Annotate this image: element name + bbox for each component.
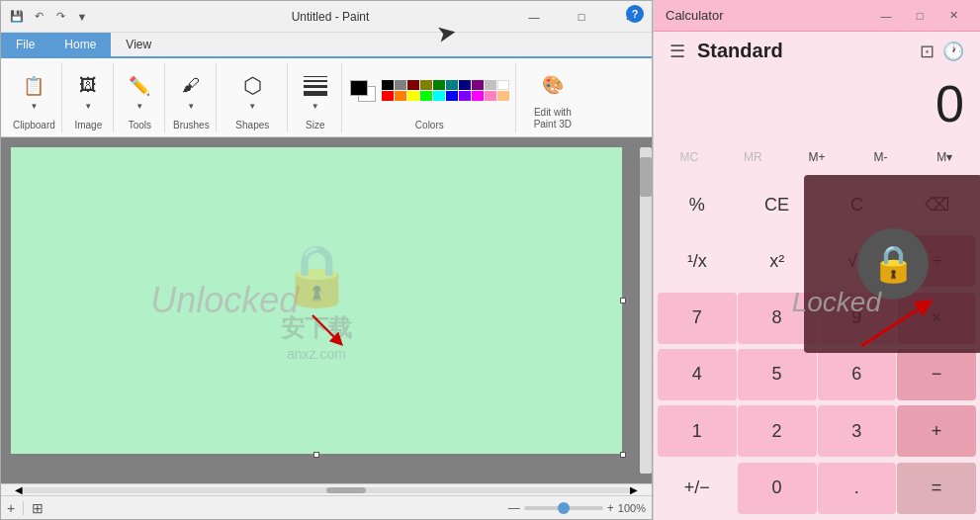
calc-window: Calculator — □ ✕ ☰ Standard ⊡ 🕐 0 MC MR … [653, 0, 980, 520]
paint-title-bar: 💾 ↶ ↷ ▼ Untitled - Paint — □ ✕ [1, 1, 652, 33]
calc-header-icons: ⊡ 🕐 [920, 41, 964, 62]
color-swatch[interactable] [497, 80, 509, 90]
color-swatch[interactable] [485, 91, 496, 101]
color-swatch[interactable] [459, 80, 471, 90]
crop-icon[interactable]: ⊞ [32, 500, 44, 516]
calc-maximize-button[interactable]: □ [905, 5, 935, 27]
color-swatch[interactable] [433, 91, 445, 101]
paint-bottom-bar: + ⊞ — + 100% [1, 495, 652, 519]
color-swatch[interactable] [420, 91, 432, 101]
calc-win-controls: — □ ✕ [871, 5, 968, 27]
color-swatch[interactable] [407, 80, 419, 90]
clipboard-btn[interactable]: 📋 ▼ [16, 70, 51, 113]
ribbon-group-paint3d: 🎨 Edit withPaint 3D [518, 62, 587, 132]
canvas-handle-corner[interactable] [620, 452, 626, 458]
watermark: 🔒 安下载 anxz.com [280, 240, 354, 362]
paint3d-btn[interactable]: 🎨 [535, 69, 571, 101]
canvas-handle-bottom[interactable] [313, 452, 319, 458]
shapes-btn[interactable]: ⬡ ▼ [234, 70, 270, 113]
canvas-handle-right[interactable] [620, 298, 626, 303]
paint-canvas[interactable]: Unlocked 🔒 安下载 anxz.com [11, 147, 622, 454]
calc-3-button[interactable]: 3 [818, 405, 897, 457]
watermark-icon: 🔒 [280, 240, 354, 310]
mem-mplus-button[interactable]: M+ [785, 139, 848, 175]
save-icon[interactable]: 💾 [9, 9, 25, 25]
color-swatch[interactable] [472, 91, 484, 101]
color-swatch[interactable] [433, 80, 445, 90]
paint-canvas-area: Unlocked 🔒 安下载 anxz.com [1, 137, 652, 483]
zoom-minus-btn[interactable]: — [508, 501, 520, 515]
color-swatch[interactable] [382, 80, 394, 90]
quick-access-icon[interactable]: ▼ [74, 9, 90, 25]
watermark-cn: 安下载 [281, 312, 352, 344]
color-swatch[interactable] [446, 91, 458, 101]
calc-menu-icon[interactable]: ☰ [669, 41, 685, 62]
calc-add-button[interactable]: + [897, 405, 976, 457]
calc-history-icon[interactable]: 🕐 [942, 41, 964, 62]
calc-1-button[interactable]: 1 [658, 405, 737, 457]
calc-equals-button[interactable]: = [897, 463, 976, 514]
calc-button-grid: % CE C ⌫ ¹/x x² √x ÷ 7 8 9 × 4 5 6 − 1 2… [654, 177, 980, 520]
size-icon [300, 72, 331, 100]
color-swatch[interactable] [446, 80, 458, 90]
color-swatch[interactable] [382, 91, 394, 101]
calc-decimal-button[interactable]: . [818, 463, 897, 514]
calc-negate-button[interactable]: +/− [658, 463, 737, 514]
scroll-right-icon[interactable]: ▶ [630, 484, 638, 495]
calc-resize-icon[interactable]: ⊡ [920, 41, 935, 62]
mem-mminus-button[interactable]: M- [849, 139, 913, 175]
ribbon-group-size: ▼ Size [290, 62, 342, 132]
color-swatch[interactable] [395, 91, 406, 101]
calc-2-button[interactable]: 2 [738, 405, 817, 457]
zoom-thumb[interactable] [558, 502, 570, 514]
calc-close-button[interactable]: ✕ [938, 5, 968, 27]
tools-btn[interactable]: ✏️ ▼ [122, 70, 157, 113]
calc-percent-button[interactable]: % [658, 179, 737, 230]
color-swatch[interactable] [407, 91, 419, 101]
calc-minimize-button[interactable]: — [871, 5, 901, 27]
calc-5-button[interactable]: 5 [738, 349, 817, 400]
tools-icon: ✏️ [126, 72, 153, 100]
paint-hscroll[interactable]: ◀ ▶ [1, 483, 652, 495]
active-colors[interactable] [350, 80, 378, 102]
mem-mr-button[interactable]: MR [722, 139, 785, 175]
brushes-btn[interactable]: 🖌 ▼ [173, 70, 209, 113]
color-swatch[interactable] [485, 80, 496, 90]
add-canvas-icon[interactable]: + [7, 500, 15, 516]
tab-view[interactable]: View [111, 33, 166, 56]
paint-maximize-button[interactable]: □ [559, 1, 604, 33]
tab-home[interactable]: Home [49, 33, 111, 56]
canvas-vscroll-thumb[interactable] [640, 157, 652, 197]
paint-help-icon[interactable]: ? [626, 5, 644, 23]
scroll-thumb[interactable] [326, 487, 366, 493]
calc-4-button[interactable]: 4 [658, 349, 737, 400]
zoom-plus-btn[interactable]: + [607, 501, 614, 515]
ribbon-group-tools: ✏️ ▼ Tools [116, 62, 165, 132]
calc-6-button[interactable]: 6 [818, 349, 897, 400]
color-swatch[interactable] [459, 91, 471, 101]
paint-window: 💾 ↶ ↷ ▼ Untitled - Paint — □ ✕ File Home… [0, 0, 653, 520]
paint-minimize-button[interactable]: — [511, 1, 557, 33]
paint3d-icon: 🎨 [539, 71, 567, 99]
scroll-left-icon[interactable]: ◀ [15, 484, 23, 495]
zoom-slider[interactable] [524, 506, 603, 510]
tab-file[interactable]: File [1, 33, 49, 56]
color-swatch[interactable] [420, 80, 432, 90]
calc-subtract-button[interactable]: − [897, 349, 976, 400]
size-btn[interactable]: ▼ [296, 70, 335, 113]
image-icon: 🖼 [74, 72, 102, 100]
calc-reciprocal-button[interactable]: ¹/x [658, 235, 737, 287]
mem-mstore-button[interactable]: M▾ [913, 139, 976, 175]
calc-0-button[interactable]: 0 [738, 463, 817, 514]
undo-icon[interactable]: ↶ [31, 9, 46, 25]
lock-icon-circle: 🔒 [857, 228, 929, 300]
redo-icon[interactable]: ↷ [52, 9, 68, 25]
calc-7-button[interactable]: 7 [658, 293, 737, 344]
image-btn[interactable]: 🖼 ▼ [70, 70, 106, 113]
color-swatch[interactable] [395, 80, 406, 90]
color-swatch[interactable] [472, 80, 484, 90]
mem-mc-button[interactable]: MC [658, 139, 721, 175]
color-swatch[interactable] [497, 91, 509, 101]
paint-arrow [298, 301, 357, 360]
canvas-vscroll[interactable] [640, 147, 652, 474]
